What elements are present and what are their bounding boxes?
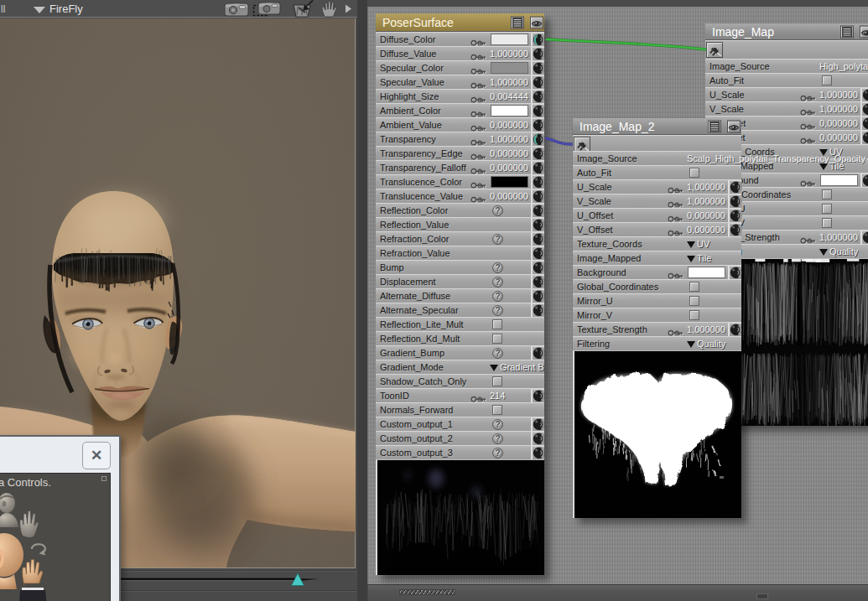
row-value[interactable]: 0,000000 xyxy=(490,148,528,158)
collapse-icon[interactable] xyxy=(101,476,107,481)
node-socket[interactable] xyxy=(531,389,544,403)
list-icon[interactable] xyxy=(511,16,524,28)
node-socket[interactable] xyxy=(531,189,544,204)
row-value[interactable]: 1,000000 xyxy=(687,196,725,206)
node-socket[interactable] xyxy=(728,180,741,194)
row-value[interactable]: 214 xyxy=(490,391,505,401)
node-socket[interactable] xyxy=(728,223,741,237)
checkbox[interactable] xyxy=(689,168,699,178)
color-swatch[interactable] xyxy=(491,62,528,74)
row-value[interactable]: 0,000000 xyxy=(687,225,725,235)
list-icon[interactable] xyxy=(708,120,721,132)
checkbox[interactable] xyxy=(492,334,502,344)
help-icon[interactable]: ? xyxy=(492,348,503,359)
camera-select-icon[interactable] xyxy=(254,3,281,16)
dropdown[interactable]: Tile xyxy=(687,253,711,263)
node-socket[interactable] xyxy=(531,346,544,360)
timeline-scrubber[interactable] xyxy=(117,573,319,586)
row-value[interactable]: 1,000000 xyxy=(490,134,528,144)
node-socket[interactable] xyxy=(728,266,741,280)
node-header[interactable]: PoserSurface xyxy=(376,13,544,32)
node-socket[interactable] xyxy=(728,194,741,209)
dropdown[interactable]: UV xyxy=(687,239,709,249)
node-socket[interactable] xyxy=(531,246,544,261)
raised-hand-icon[interactable] xyxy=(18,560,48,601)
node-socket[interactable] xyxy=(531,33,544,47)
checkbox[interactable] xyxy=(689,282,699,292)
node-socket[interactable] xyxy=(531,161,544,175)
help-icon[interactable]: ? xyxy=(492,291,503,302)
row-label: U_Scale xyxy=(577,182,612,192)
help-icon[interactable]: ? xyxy=(492,234,503,245)
dropdown[interactable]: Quality xyxy=(687,339,725,349)
node-socket[interactable] xyxy=(531,446,544,460)
node-socket[interactable] xyxy=(531,61,544,75)
camera-icon[interactable] xyxy=(225,3,248,16)
row-value[interactable]: 1,000000 xyxy=(490,77,528,87)
row-value[interactable]: 0,000000 xyxy=(490,191,528,201)
hand-camera-icon[interactable] xyxy=(20,511,39,538)
material-node-image_map_2[interactable]: Image_Map_2 Image_SourceScalp_High_polyt… xyxy=(573,118,741,518)
dropdown-arrow-icon[interactable] xyxy=(34,7,45,13)
checkbox[interactable] xyxy=(492,376,502,386)
node-row-image_source: Image_SourceScalp_High_polytail_Transpar… xyxy=(573,151,741,165)
node-socket[interactable] xyxy=(531,90,544,104)
color-swatch[interactable] xyxy=(491,105,528,117)
help-icon[interactable]: ? xyxy=(492,305,503,316)
node-socket[interactable] xyxy=(728,323,741,337)
node-socket[interactable] xyxy=(531,204,544,218)
row-value[interactable]: 0,000000 xyxy=(490,163,528,173)
node-socket[interactable] xyxy=(531,75,544,90)
color-swatch[interactable] xyxy=(491,34,528,45)
help-icon[interactable]: ? xyxy=(492,205,503,216)
row-value[interactable]: 0,000000 xyxy=(687,210,725,220)
node-socket[interactable] xyxy=(531,104,544,118)
checkbox[interactable] xyxy=(689,296,699,306)
dropdown[interactable]: Gradient B xyxy=(490,362,544,372)
node-socket[interactable] xyxy=(531,175,544,189)
node-socket[interactable] xyxy=(531,118,544,132)
node-socket[interactable] xyxy=(531,132,544,147)
checkbox[interactable] xyxy=(492,405,502,415)
node-socket[interactable] xyxy=(531,417,544,432)
help-icon[interactable]: ? xyxy=(492,277,503,288)
help-icon[interactable]: ? xyxy=(492,448,503,459)
dialog-close-button[interactable]: ✕ xyxy=(82,442,111,469)
node-socket[interactable] xyxy=(531,147,544,161)
node-header[interactable]: Image_Map_2 xyxy=(573,118,741,135)
color-swatch[interactable] xyxy=(688,267,725,278)
renderer-dropdown[interactable]: FireFly xyxy=(49,3,83,15)
face-camera-icon[interactable] xyxy=(0,533,23,589)
delete-icon[interactable] xyxy=(294,0,314,17)
row-value[interactable]: 1,000000 xyxy=(687,324,725,334)
node-socket[interactable] xyxy=(531,432,544,446)
row-value[interactable]: 1,000000 xyxy=(490,49,528,59)
rotate-icon[interactable] xyxy=(32,544,45,555)
more-arrow-icon[interactable] xyxy=(346,5,351,13)
row-value[interactable]: 0,000000 xyxy=(490,120,528,130)
row-value[interactable]: 0,004444 xyxy=(490,91,528,101)
node-socket[interactable] xyxy=(531,218,544,232)
row-value[interactable]: 1,000000 xyxy=(687,182,725,192)
node-socket[interactable] xyxy=(531,47,544,61)
help-icon[interactable]: ? xyxy=(492,433,503,444)
help-icon[interactable]: ? xyxy=(492,262,503,273)
row-label: ToonID xyxy=(380,391,409,401)
eye-icon[interactable] xyxy=(530,16,543,28)
color-swatch[interactable] xyxy=(491,176,528,188)
hand-icon[interactable] xyxy=(322,1,336,17)
node-socket[interactable] xyxy=(531,261,544,275)
node-socket[interactable] xyxy=(728,209,741,223)
node-socket[interactable] xyxy=(531,232,544,246)
material-node-poser_surface[interactable]: PoserSurface Diffuse_Color Diffuse_Value… xyxy=(376,13,544,575)
checkbox[interactable] xyxy=(689,310,699,320)
eye-icon[interactable] xyxy=(727,120,741,132)
node-socket[interactable] xyxy=(531,289,544,303)
node-socket[interactable] xyxy=(531,275,544,289)
row-value[interactable]: Scalp_High_polytail_Transparency_Opacity xyxy=(687,153,865,163)
checkbox[interactable] xyxy=(492,319,502,329)
node-socket[interactable] xyxy=(531,303,544,318)
help-icon[interactable]: ? xyxy=(492,419,503,430)
bust-camera-icon[interactable] xyxy=(0,493,18,527)
dropdown-arrow-icon xyxy=(687,256,695,262)
